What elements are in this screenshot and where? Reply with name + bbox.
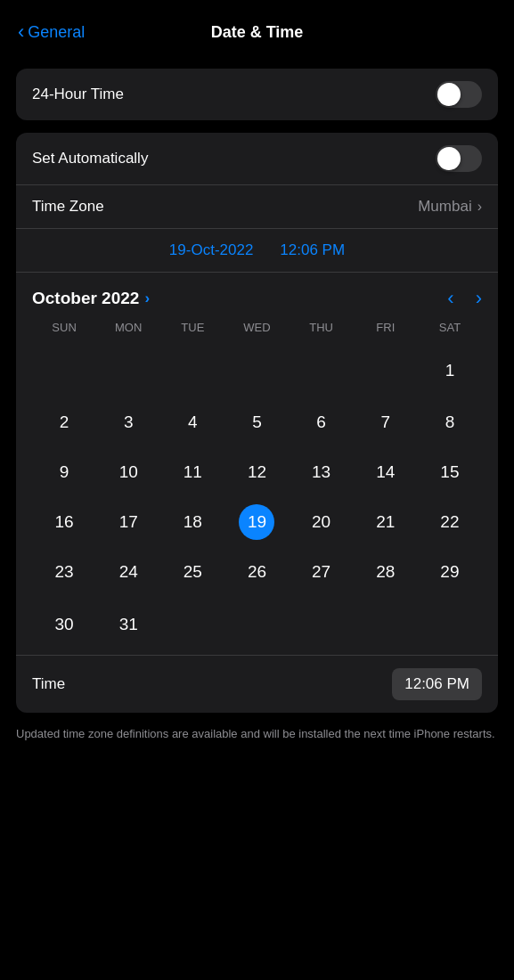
prev-month-button[interactable]: ‹ bbox=[447, 289, 453, 308]
calendar-week-row: 1 bbox=[32, 343, 482, 397]
calendar-day[interactable]: 5 bbox=[224, 397, 289, 447]
calendar-day[interactable]: 29 bbox=[418, 547, 482, 597]
calendar-week-row: 9101112131415 bbox=[32, 447, 482, 497]
twenty-four-hour-toggle[interactable] bbox=[436, 81, 482, 108]
picker-date[interactable]: 19-Oct-2022 bbox=[169, 241, 254, 259]
chevron-right-icon: › bbox=[477, 199, 482, 215]
calendar-day[interactable]: 22 bbox=[418, 497, 482, 547]
day-header: SUN bbox=[32, 321, 96, 343]
calendar-day[interactable]: 23 bbox=[32, 547, 96, 597]
calendar-week-row: 23242526272829 bbox=[32, 547, 482, 597]
calendar-day[interactable]: 16 bbox=[32, 497, 96, 547]
calendar-day bbox=[160, 343, 224, 397]
calendar-day[interactable]: 27 bbox=[290, 547, 354, 597]
calendar-day bbox=[354, 597, 418, 651]
calendar-day[interactable]: 8 bbox=[418, 397, 482, 447]
calendar-day[interactable]: 24 bbox=[96, 547, 160, 597]
day-header: FRI bbox=[354, 321, 418, 343]
header: ‹ General Date & Time bbox=[0, 9, 514, 56]
twenty-four-hour-label: 24-Hour Time bbox=[32, 86, 124, 103]
set-automatically-label: Set Automatically bbox=[32, 150, 148, 167]
day-headers: SUNMONTUEWEDTHUFRISAT bbox=[32, 321, 482, 343]
calendar-day[interactable]: 10 bbox=[96, 447, 160, 497]
calendar-day[interactable]: 7 bbox=[354, 397, 418, 447]
month-expand-icon: › bbox=[144, 290, 150, 307]
calendar-month-label[interactable]: October 2022 › bbox=[32, 289, 150, 308]
calendar-day bbox=[290, 343, 354, 397]
timezone-label: Time Zone bbox=[32, 198, 104, 216]
calendar-grid: SUNMONTUEWEDTHUFRISAT 123456789101112131… bbox=[32, 321, 482, 651]
timezone-value: Mumbai › bbox=[418, 198, 482, 216]
calendar-day[interactable]: 14 bbox=[354, 447, 418, 497]
calendar-body: 1234567891011121314151617181920212223242… bbox=[32, 343, 482, 651]
timezone-row[interactable]: Time Zone Mumbai › bbox=[16, 185, 498, 229]
time-value[interactable]: 12:06 PM bbox=[392, 668, 482, 700]
calendar-day bbox=[32, 343, 96, 397]
calendar-day[interactable]: 1 bbox=[418, 343, 482, 397]
calendar-day[interactable]: 17 bbox=[96, 497, 160, 547]
time-label: Time bbox=[32, 675, 65, 693]
twenty-four-hour-row: 24-Hour Time bbox=[16, 69, 498, 120]
calendar-day bbox=[160, 597, 224, 651]
calendar-week-row: 16171819202122 bbox=[32, 497, 482, 547]
calendar-day bbox=[290, 597, 354, 651]
calendar: October 2022 › ‹ › SUNMONTUEWEDTHUFRISAT… bbox=[16, 273, 498, 651]
date-time-picker-row[interactable]: 19-Oct-2022 12:06 PM bbox=[16, 229, 498, 273]
calendar-day bbox=[418, 597, 482, 651]
set-automatically-row: Set Automatically bbox=[16, 133, 498, 185]
calendar-day[interactable]: 25 bbox=[160, 547, 224, 597]
footnote: Updated time zone definitions are availa… bbox=[16, 725, 498, 743]
calendar-day bbox=[354, 343, 418, 397]
calendar-day[interactable]: 26 bbox=[224, 547, 289, 597]
time-row: Time 12:06 PM bbox=[16, 655, 498, 713]
calendar-day bbox=[96, 343, 160, 397]
calendar-week-row: 3031 bbox=[32, 597, 482, 651]
main-section: Set Automatically Time Zone Mumbai › 19-… bbox=[16, 133, 498, 713]
calendar-day[interactable]: 18 bbox=[160, 497, 224, 547]
toggle-thumb-auto bbox=[437, 147, 461, 170]
day-header: THU bbox=[290, 321, 354, 343]
set-automatically-toggle[interactable] bbox=[436, 145, 482, 172]
calendar-day[interactable]: 28 bbox=[354, 547, 418, 597]
next-month-button[interactable]: › bbox=[476, 289, 482, 308]
toggle-thumb bbox=[437, 83, 461, 106]
calendar-nav: ‹ › bbox=[447, 289, 482, 308]
calendar-day[interactable]: 20 bbox=[290, 497, 354, 547]
picker-time[interactable]: 12:06 PM bbox=[280, 241, 345, 259]
day-header: TUE bbox=[160, 321, 224, 343]
calendar-day[interactable]: 21 bbox=[354, 497, 418, 547]
calendar-header: October 2022 › ‹ › bbox=[32, 282, 482, 321]
chevron-left-icon: ‹ bbox=[18, 22, 24, 42]
day-header: WED bbox=[224, 321, 289, 343]
day-header: MON bbox=[96, 321, 160, 343]
back-label: General bbox=[28, 23, 85, 42]
calendar-day[interactable]: 4 bbox=[160, 397, 224, 447]
calendar-day[interactable]: 2 bbox=[32, 397, 96, 447]
calendar-day[interactable]: 13 bbox=[290, 447, 354, 497]
page-title: Date & Time bbox=[211, 23, 304, 42]
calendar-day[interactable]: 3 bbox=[96, 397, 160, 447]
calendar-day bbox=[224, 597, 289, 651]
calendar-day[interactable]: 19 bbox=[224, 497, 289, 547]
calendar-day[interactable]: 31 bbox=[96, 597, 160, 651]
calendar-day bbox=[224, 343, 289, 397]
calendar-day[interactable]: 30 bbox=[32, 597, 96, 651]
month-year-text: October 2022 bbox=[32, 289, 139, 308]
calendar-day[interactable]: 9 bbox=[32, 447, 96, 497]
calendar-day[interactable]: 12 bbox=[224, 447, 289, 497]
timezone-city: Mumbai bbox=[418, 198, 471, 216]
calendar-day[interactable]: 11 bbox=[160, 447, 224, 497]
calendar-day[interactable]: 6 bbox=[290, 397, 354, 447]
twenty-four-hour-section: 24-Hour Time bbox=[16, 69, 498, 120]
calendar-day[interactable]: 15 bbox=[418, 447, 482, 497]
calendar-week-row: 2345678 bbox=[32, 397, 482, 447]
back-button[interactable]: ‹ General bbox=[18, 23, 85, 42]
day-header: SAT bbox=[418, 321, 482, 343]
